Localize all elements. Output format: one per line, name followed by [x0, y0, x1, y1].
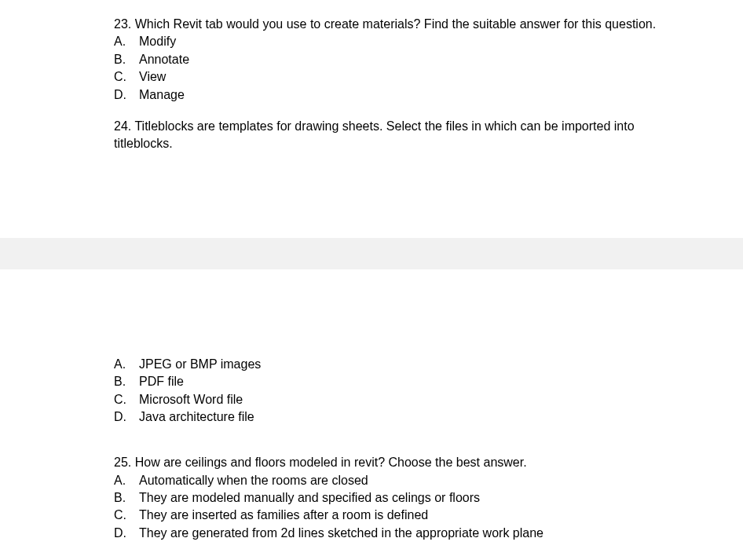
option-text: Automatically when the rooms are closed	[139, 472, 696, 489]
option-letter: A.	[114, 33, 139, 50]
page-bottom-section: A. JPEG or BMP images B. PDF file C. Mic…	[0, 269, 743, 560]
option-text: Java architecture file	[139, 408, 696, 426]
option-letter: C.	[114, 391, 139, 408]
question-23: 23. Which Revit tab would you use to cre…	[114, 16, 696, 104]
option-letter: B.	[114, 373, 139, 390]
question-24-options: A. JPEG or BMP images B. PDF file C. Mic…	[114, 356, 696, 426]
q24-option-c: C. Microsoft Word file	[114, 391, 696, 408]
q23-option-d: D. Manage	[114, 86, 696, 104]
q24-option-b: B. PDF file	[114, 373, 696, 390]
option-text: Microsoft Word file	[139, 391, 696, 408]
option-text: Manage	[139, 86, 696, 104]
page-top-section: 23. Which Revit tab would you use to cre…	[0, 0, 743, 238]
spacer	[114, 440, 696, 454]
q23-option-c: C. View	[114, 68, 696, 86]
page-break-gap	[0, 238, 743, 269]
option-text: View	[139, 68, 696, 86]
option-letter: D.	[114, 525, 139, 542]
q25-option-b: B. They are modeled manually and specifi…	[114, 489, 696, 507]
option-text: Annotate	[139, 51, 696, 68]
option-letter: B.	[114, 51, 139, 68]
option-text: PDF file	[139, 373, 696, 390]
q24-option-d: D. Java architecture file	[114, 408, 696, 426]
option-text: They are inserted as families after a ro…	[139, 507, 696, 524]
option-letter: A.	[114, 472, 139, 489]
option-text: JPEG or BMP images	[139, 356, 696, 373]
question-24-text: 24. Titleblocks are templates for drawin…	[114, 118, 696, 153]
option-letter: D.	[114, 86, 139, 104]
question-25: 25. How are ceilings and floors modeled …	[114, 454, 696, 542]
q25-option-d: D. They are generated from 2d lines sket…	[114, 525, 696, 542]
q23-option-b: B. Annotate	[114, 51, 696, 68]
question-25-text: 25. How are ceilings and floors modeled …	[114, 454, 696, 471]
question-23-text: 23. Which Revit tab would you use to cre…	[114, 16, 696, 33]
option-text: They are generated from 2d lines sketche…	[139, 525, 696, 542]
q25-option-a: A. Automatically when the rooms are clos…	[114, 472, 696, 489]
option-letter: C.	[114, 507, 139, 524]
option-letter: D.	[114, 408, 139, 426]
option-text: Modify	[139, 33, 696, 50]
q24-option-a: A. JPEG or BMP images	[114, 356, 696, 373]
q25-option-c: C. They are inserted as families after a…	[114, 507, 696, 524]
content-wrapper: A. JPEG or BMP images B. PDF file C. Mic…	[0, 356, 743, 543]
option-text: They are modeled manually and specified …	[139, 489, 696, 507]
q23-option-a: A. Modify	[114, 33, 696, 50]
option-letter: A.	[114, 356, 139, 373]
option-letter: B.	[114, 489, 139, 507]
content-wrapper: 23. Which Revit tab would you use to cre…	[0, 16, 743, 153]
question-24: 24. Titleblocks are templates for drawin…	[114, 118, 696, 153]
option-letter: C.	[114, 68, 139, 86]
